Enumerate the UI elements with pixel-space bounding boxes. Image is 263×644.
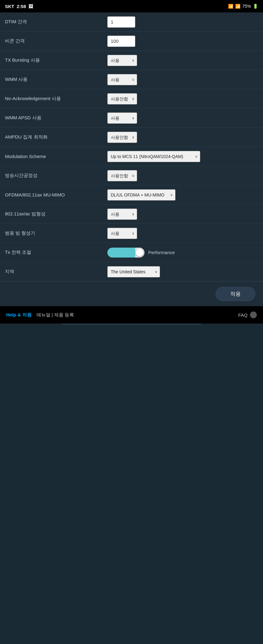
toggle-knob-txpower — [136, 249, 143, 256]
select-broadcast[interactable]: 사용 사용안함 — [107, 170, 137, 181]
select-beamforminggeneral[interactable]: 사용 사용안함 — [107, 228, 137, 239]
label-beamforming80211: 802.11ax/ac 빔형성 — [0, 207, 104, 221]
footer-faq-label: FAQ — [238, 312, 248, 318]
label-beacon: 비콘 간격 — [0, 34, 104, 48]
settings-table: DTIM 간격 비콘 간격 TX Bursting 사용 사용 사용안함 — [0, 12, 263, 281]
value-dtim — [104, 13, 263, 31]
select-wmm[interactable]: 사용 사용안함 — [107, 74, 137, 85]
select-wrapper-beamforming80211: 사용 사용안함 — [107, 209, 137, 220]
select-wrapper-beamforminggeneral: 사용 사용안함 — [107, 228, 137, 239]
label-wmm: WMM 사용 — [0, 73, 104, 86]
label-txpower: Tx 전력 조절 — [0, 246, 104, 259]
toggle-label-txpower: Performance — [148, 250, 175, 255]
signal-icon: 📶 — [235, 4, 240, 9]
toggle-container-txpower: Performance — [107, 248, 175, 258]
battery-text: 75% — [242, 4, 251, 9]
select-wrapper-txbursting: 사용 사용안함 — [107, 55, 137, 66]
select-wrapper-wmmapsd: 사용 사용안함 — [107, 112, 137, 124]
label-region: 지역 — [0, 265, 104, 278]
apply-button[interactable]: 적용 — [215, 287, 256, 301]
select-ampdu[interactable]: 사용 사용안함 — [107, 132, 137, 143]
select-wrapper-wmm: 사용 사용안함 — [107, 74, 137, 85]
row-region: 지역 The United States Korea Europe — [0, 262, 263, 281]
status-bar: SKT 2:58 🖼 📶 📶 75% 🔋 — [0, 0, 263, 12]
row-beamforminggeneral: 범용 빔 형성기 사용 사용안함 — [0, 224, 263, 243]
row-modulation: Modulation Scheme Up to MCS 11 (NitroQAM… — [0, 147, 263, 166]
select-txbursting[interactable]: 사용 사용안함 — [107, 55, 137, 66]
select-wrapper-region: The United States Korea Europe — [107, 266, 160, 277]
row-beamforming80211: 802.11ax/ac 빔형성 사용 사용안함 — [0, 205, 263, 224]
value-beamforming80211: 사용 사용안함 — [104, 205, 263, 223]
value-ampdu: 사용 사용안함 — [104, 129, 263, 146]
input-beacon[interactable] — [107, 36, 135, 47]
toggle-slider-txpower[interactable] — [107, 248, 144, 258]
status-left: SKT 2:58 🖼 — [5, 4, 33, 9]
value-wmmapsd: 사용 사용안함 — [104, 109, 263, 127]
row-beacon: 비콘 간격 — [0, 32, 263, 51]
value-ofdma: DL/UL OFDMA + MU-MIMO 사용안함 — [104, 186, 263, 204]
label-wmmapsd: WMM APSD 사용 — [0, 111, 104, 125]
label-beamforminggeneral: 범용 빔 형성기 — [0, 227, 104, 240]
row-ofdma: OFDMA/802.11ax MU-MIMO DL/UL OFDMA + MU-… — [0, 185, 263, 205]
battery-icon: 🔋 — [253, 4, 258, 9]
footer-links: 매뉴얼 | 제품 등록 — [37, 312, 74, 318]
value-wmm: 사용 사용안함 — [104, 71, 263, 88]
photo-icon: 🖼 — [28, 4, 33, 9]
value-modulation: Up to MCS 11 (NitroQAM/1024-QAM) Up to M… — [104, 148, 263, 165]
row-ampdu: AMPDU 집계 최적화 사용 사용안함 — [0, 128, 263, 147]
time-text: 2:58 — [17, 4, 26, 9]
input-dtim[interactable] — [107, 16, 135, 28]
value-broadcast: 사용 사용안함 — [104, 167, 263, 184]
row-broadcast: 방송시간공정성 사용 사용안함 — [0, 166, 263, 185]
value-region: The United States Korea Europe — [104, 263, 263, 280]
row-wmm: WMM 사용 사용 사용안함 — [0, 70, 263, 89]
label-dtim: DTIM 간격 — [0, 15, 104, 29]
carrier-text: SKT — [5, 4, 14, 9]
label-txbursting: TX Bursting 사용 — [0, 54, 104, 67]
select-beamforming80211[interactable]: 사용 사용안함 — [107, 209, 137, 220]
row-wmmapsd: WMM APSD 사용 사용 사용안함 — [0, 108, 263, 128]
select-ofdma[interactable]: DL/UL OFDMA + MU-MIMO 사용안함 — [107, 189, 175, 201]
row-dtim: DTIM 간격 — [0, 12, 263, 32]
status-right: 📶 📶 75% 🔋 — [228, 4, 258, 9]
value-beamforminggeneral: 사용 사용안함 — [104, 225, 263, 242]
row-txpower: Tx 전력 조절 Performance — [0, 243, 263, 262]
select-modulation[interactable]: Up to MCS 11 (NitroQAM/1024-QAM) Up to M… — [107, 151, 200, 162]
label-ofdma: OFDMA/802.11ax MU-MIMO — [0, 188, 104, 201]
apply-area: 적용 — [0, 281, 263, 306]
value-noack: 사용 사용안함 — [104, 90, 263, 108]
label-noack: No-Acknowledgement 사용 — [0, 92, 104, 105]
row-txbursting: TX Bursting 사용 사용 사용안함 — [0, 51, 263, 70]
select-wrapper-ofdma: DL/UL OFDMA + MU-MIMO 사용안함 — [107, 189, 175, 201]
select-wrapper-noack: 사용 사용안함 — [107, 93, 137, 104]
label-ampdu: AMPDU 집계 최적화 — [0, 130, 104, 144]
label-modulation: Modulation Scheme — [0, 150, 104, 163]
select-wmmapsd[interactable]: 사용 사용안함 — [107, 112, 137, 124]
select-wrapper-modulation: Up to MCS 11 (NitroQAM/1024-QAM) Up to M… — [107, 151, 200, 162]
wifi-icon: 📶 — [228, 4, 233, 9]
scroll-indicator — [62, 324, 201, 325]
value-txbursting: 사용 사용안함 — [104, 52, 263, 69]
value-txpower: Performance — [104, 245, 263, 261]
dark-area — [0, 324, 263, 644]
footer-help-label: Help & 지원 — [6, 312, 32, 318]
select-wrapper-broadcast: 사용 사용안함 — [107, 170, 137, 181]
footer: Help & 지원 매뉴얼 | 제품 등록 FAQ — [0, 306, 263, 324]
select-region[interactable]: The United States Korea Europe — [107, 266, 160, 277]
select-noack[interactable]: 사용 사용안함 — [107, 93, 137, 104]
select-wrapper-ampdu: 사용 사용안함 — [107, 132, 137, 143]
label-broadcast: 방송시간공정성 — [0, 169, 104, 182]
row-noack: No-Acknowledgement 사용 사용 사용안함 — [0, 89, 263, 108]
value-beacon — [104, 33, 263, 50]
footer-circle-icon — [250, 311, 257, 318]
